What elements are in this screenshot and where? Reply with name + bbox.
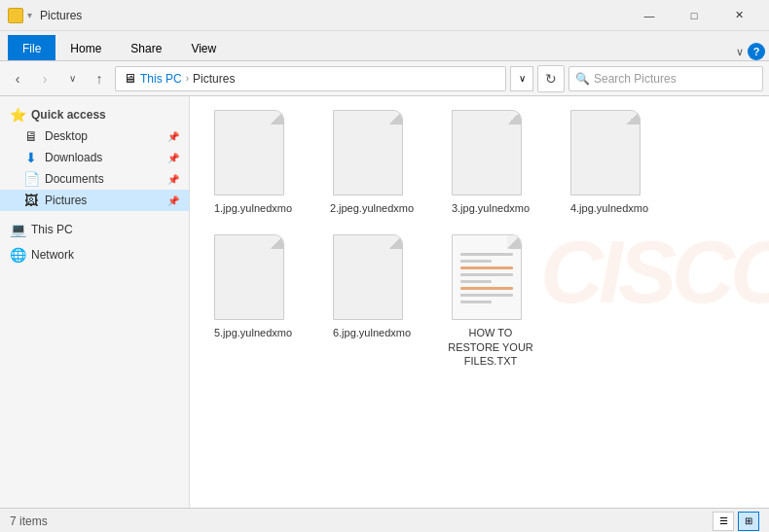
breadcrumb-this-pc-icon: 🖥 <box>124 71 136 86</box>
sidebar-network-label: Network <box>31 248 74 262</box>
ribbon-tab-list: File Home Share View ∨ ? <box>0 31 769 60</box>
minimize-button[interactable]: — <box>627 0 672 31</box>
help-icon[interactable]: ? <box>748 43 765 60</box>
status-bar: 7 items ☰ ⊞ <box>0 508 769 532</box>
folder-icon <box>8 8 23 23</box>
file-icon-f7 <box>452 234 530 322</box>
pictures-icon: 🖼 <box>23 193 39 208</box>
sidebar-item-downloads[interactable]: ⬇ Downloads 📌 <box>0 147 189 168</box>
sidebar-documents-label: Documents <box>45 172 104 186</box>
file-label-f3: 3.jpg.yulnedxmo <box>452 201 530 215</box>
network-icon: 🌐 <box>10 247 25 263</box>
file-icon-f3 <box>452 110 530 197</box>
sidebar-item-pictures[interactable]: 🖼 Pictures 📌 <box>0 190 189 211</box>
window-title: Pictures <box>40 9 627 22</box>
ribbon-collapse-icon[interactable]: ∨ <box>736 46 744 58</box>
files-area: CISCO 1.jpg.yulnedxmo2.jpeg.yulnedxmo3.j… <box>190 96 769 508</box>
file-icon-f4 <box>570 110 648 197</box>
this-pc-icon: 💻 <box>10 222 25 237</box>
downloads-icon: ⬇ <box>23 150 39 165</box>
file-label-f7: HOW TO RESTORE YOUR FILES.TXT <box>442 326 539 368</box>
file-item-f4[interactable]: 4.jpg.yulnedxmo <box>556 106 663 219</box>
breadcrumb-separator: › <box>186 73 189 84</box>
file-label-f2: 2.jpeg.yulnedxmo <box>330 201 414 215</box>
tab-file[interactable]: File <box>8 35 55 60</box>
window-controls: — □ ✕ <box>627 0 761 31</box>
file-label-f1: 1.jpg.yulnedxmo <box>214 201 292 215</box>
item-count: 7 items <box>10 514 48 528</box>
up-button[interactable]: ↑ <box>88 67 111 90</box>
details-view-button[interactable]: ☰ <box>713 512 734 531</box>
address-bar: ‹ › ∨ ↑ 🖥 This PC › Pictures ∨ ↻ 🔍 Searc… <box>0 61 769 96</box>
file-item-f2[interactable]: 2.jpeg.yulnedxmo <box>318 106 425 219</box>
quick-access-icon: ⭐ <box>10 107 25 123</box>
file-label-f5: 5.jpg.yulnedxmo <box>214 326 292 339</box>
pin-icon-documents: 📌 <box>167 174 179 185</box>
documents-icon: 📄 <box>23 171 39 187</box>
breadcrumb-bar: 🖥 This PC › Pictures <box>115 66 506 91</box>
breadcrumb-this-pc[interactable]: This PC <box>140 72 182 86</box>
breadcrumb-dropdown-button[interactable]: ∨ <box>510 66 533 91</box>
pin-icon-desktop: 📌 <box>167 131 179 142</box>
close-button[interactable]: ✕ <box>716 0 761 31</box>
file-label-f4: 4.jpg.yulnedxmo <box>570 201 648 215</box>
file-label-f6: 6.jpg.yulnedxmo <box>333 326 411 339</box>
sidebar-item-documents[interactable]: 📄 Documents 📌 <box>0 168 189 190</box>
sidebar-desktop-label: Desktop <box>45 129 88 143</box>
sidebar-quick-access: ⭐ Quick access <box>0 104 189 125</box>
file-item-f5[interactable]: 5.jpg.yulnedxmo <box>200 231 307 372</box>
view-controls: ☰ ⊞ <box>713 512 759 531</box>
search-box[interactable]: 🔍 Search Pictures <box>568 66 763 91</box>
file-icon-f6 <box>333 234 411 322</box>
breadcrumb-pictures[interactable]: Pictures <box>193 72 235 86</box>
sidebar-downloads-label: Downloads <box>45 151 102 164</box>
file-item-f1[interactable]: 1.jpg.yulnedxmo <box>200 106 307 219</box>
sidebar-item-network[interactable]: 🌐 Network <box>0 244 189 266</box>
main-area: ⭐ Quick access 🖥 Desktop 📌 ⬇ Downloads 📌… <box>0 96 769 508</box>
large-icon-view-button[interactable]: ⊞ <box>738 512 759 531</box>
file-icon-f2 <box>333 110 411 197</box>
tab-view[interactable]: View <box>176 35 231 60</box>
sidebar-this-pc-label: This PC <box>31 223 73 236</box>
sidebar-item-this-pc[interactable]: 💻 This PC <box>0 219 189 240</box>
tab-share[interactable]: Share <box>116 35 176 60</box>
file-item-f3[interactable]: 3.jpg.yulnedxmo <box>437 106 544 219</box>
title-bar-icon: ▾ <box>8 8 32 23</box>
title-bar: ▾ Pictures — □ ✕ <box>0 0 769 31</box>
title-bar-arrows: ▾ <box>27 10 32 20</box>
file-item-f7[interactable]: HOW TO RESTORE YOUR FILES.TXT <box>437 231 544 372</box>
file-icon-f5 <box>214 234 292 322</box>
maximize-button[interactable]: □ <box>672 0 716 31</box>
forward-button[interactable]: › <box>33 67 56 90</box>
search-icon: 🔍 <box>575 72 590 86</box>
sidebar-quick-access-label: Quick access <box>31 108 106 122</box>
pin-icon-pictures: 📌 <box>167 195 179 206</box>
sidebar-item-desktop[interactable]: 🖥 Desktop 📌 <box>0 125 189 147</box>
dropdown-recent-button[interactable]: ∨ <box>60 67 84 90</box>
file-icon-f1 <box>214 110 292 197</box>
file-item-f6[interactable]: 6.jpg.yulnedxmo <box>318 231 425 372</box>
pin-icon-downloads: 📌 <box>167 153 179 163</box>
ribbon: File Home Share View ∨ ? <box>0 31 769 61</box>
refresh-button[interactable]: ↻ <box>537 65 565 92</box>
desktop-icon: 🖥 <box>23 128 39 144</box>
sidebar-pictures-label: Pictures <box>45 194 87 207</box>
search-placeholder: Search Pictures <box>594 72 677 86</box>
back-button[interactable]: ‹ <box>6 67 29 90</box>
tab-home[interactable]: Home <box>55 35 116 60</box>
sidebar: ⭐ Quick access 🖥 Desktop 📌 ⬇ Downloads 📌… <box>0 96 190 508</box>
